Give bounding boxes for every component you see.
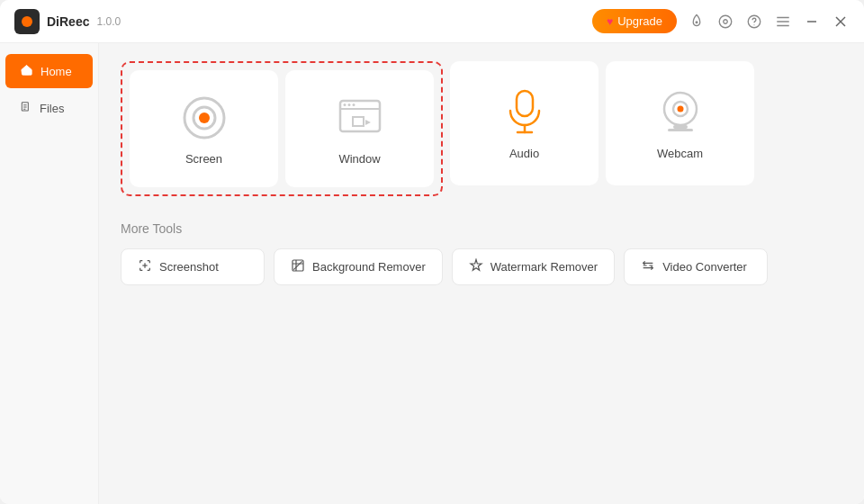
svg-point-28 [677,105,683,112]
sidebar-files-label: Files [40,102,64,115]
app-logo-dot [22,16,32,27]
settings-circle-icon[interactable] [716,13,734,31]
minimize-button[interactable] [803,13,821,31]
title-bar-left: DiReec 1.0.0 [14,9,121,34]
outside-cards: Audio Webcam [450,61,754,196]
audio-card-icon [500,87,550,138]
video-converter-icon [641,258,655,275]
sidebar-home-label: Home [40,65,72,78]
screen-card-label: Screen [185,152,222,166]
video-converter-tool-button[interactable]: Video Converter [624,248,768,285]
screen-card[interactable]: Screen [130,70,278,187]
menu-icon[interactable] [774,13,792,31]
more-tools-section: More Tools [121,221,842,285]
cards-row: Screen [121,61,842,196]
webcam-card-icon [655,87,706,138]
svg-line-34 [293,261,302,269]
flame-icon[interactable] [688,13,706,31]
screenshot-icon [138,258,152,275]
svg-rect-29 [673,125,688,129]
app-version: 1.0.0 [96,15,121,28]
upgrade-button[interactable]: ♥ Upgrade [592,9,677,33]
svg-point-20 [343,104,346,106]
heart-icon: ♥ [607,15,613,28]
svg-point-21 [347,104,350,106]
background-remover-tool-button[interactable]: Background Remover [274,248,443,285]
sidebar-item-files[interactable]: Files [5,92,93,125]
selected-cards-container: Screen [121,61,443,196]
watermark-remover-tool-button[interactable]: Watermark Remover [452,248,615,285]
title-bar: DiReec 1.0.0 ♥ Upgrade [0,0,864,43]
svg-point-1 [719,15,732,28]
window-card-label: Window [338,152,380,166]
content-area: Screen [99,43,864,504]
watermark-remover-tool-label: Watermark Remover [490,260,598,274]
svg-rect-23 [517,91,533,116]
svg-point-2 [724,19,728,23]
window-card[interactable]: Window [285,70,434,187]
close-button[interactable] [832,13,850,31]
files-icon [20,101,32,116]
svg-point-0 [696,21,698,23]
title-bar-right: ♥ Upgrade [592,9,850,33]
app-logo [14,9,40,34]
webcam-card-label: Webcam [657,147,703,160]
webcam-card[interactable]: Webcam [606,61,754,185]
watermark-remover-icon [469,258,483,275]
main-layout: Home Files [0,43,864,504]
screenshot-tool-label: Screenshot [159,260,219,274]
sidebar-item-home[interactable]: Home [5,54,93,88]
audio-card[interactable]: Audio [450,61,598,185]
background-remover-tool-label: Background Remover [312,260,426,274]
svg-point-17 [199,112,210,123]
background-remover-icon [291,258,305,275]
app-window: DiReec 1.0.0 ♥ Upgrade [0,0,864,504]
tools-grid: Screenshot Background Remover [121,248,842,285]
app-name: DiReec [47,14,89,29]
audio-card-label: Audio [509,147,539,160]
window-card-icon [335,93,385,143]
svg-point-22 [352,104,355,106]
svg-point-4 [753,24,754,25]
screenshot-tool-button[interactable]: Screenshot [121,248,265,285]
video-converter-tool-label: Video Converter [662,260,747,274]
upgrade-label: Upgrade [617,14,662,28]
svg-rect-30 [668,129,693,131]
screen-card-icon [179,93,230,143]
more-tools-label: More Tools [121,221,842,236]
sidebar: Home Files [0,43,99,504]
help-icon[interactable] [745,13,763,31]
home-icon [20,63,33,79]
